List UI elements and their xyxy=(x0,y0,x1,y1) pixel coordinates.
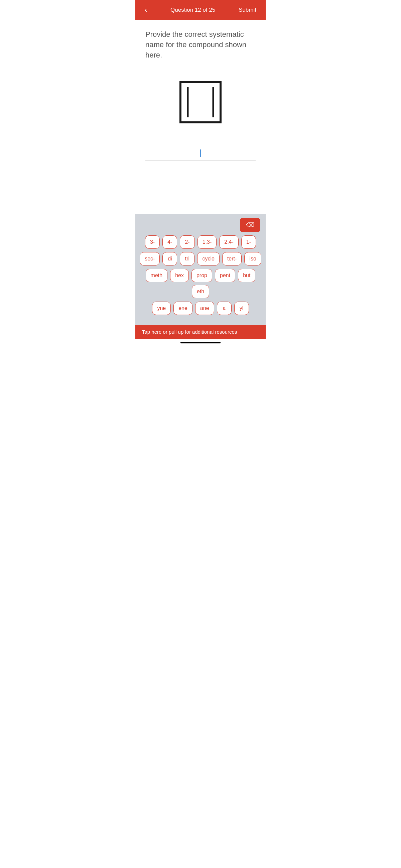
key-prop[interactable]: prop xyxy=(192,269,212,282)
cyclobutane-diagram xyxy=(170,72,231,132)
key-ene[interactable]: ene xyxy=(173,302,193,315)
key-3dash[interactable]: 3- xyxy=(145,236,160,249)
key-but[interactable]: but xyxy=(238,269,255,282)
key-a[interactable]: a xyxy=(217,302,232,315)
resources-text: Tap here or pull up for additional resou… xyxy=(142,329,237,335)
content-spacer xyxy=(145,167,256,207)
app-header: ‹ Question 12 of 25 Submit xyxy=(135,0,266,20)
key-sec[interactable]: sec- xyxy=(140,252,160,266)
key-tri[interactable]: tri xyxy=(180,252,195,266)
key-tert[interactable]: tert- xyxy=(222,252,242,266)
key-cyclo[interactable]: cyclo xyxy=(197,252,219,266)
custom-keyboard: ⌫ 3- 4- 2- 1,3- 2,4- 1- sec- di tri cycl… xyxy=(135,214,266,325)
backspace-button[interactable]: ⌫ xyxy=(240,218,260,232)
backspace-icon: ⌫ xyxy=(246,221,254,229)
keyboard-row-3: meth hex prop pent but eth xyxy=(138,269,263,298)
key-yne[interactable]: yne xyxy=(152,302,171,315)
keyboard-row-1: 3- 4- 2- 1,3- 2,4- 1- xyxy=(138,236,263,249)
key-iso[interactable]: iso xyxy=(244,252,261,266)
key-meth[interactable]: meth xyxy=(146,269,168,282)
key-hex[interactable]: hex xyxy=(170,269,189,282)
key-13dash[interactable]: 1,3- xyxy=(198,236,217,249)
chemical-structure xyxy=(145,72,256,132)
question-text: Provide the correct systematic name for … xyxy=(145,29,256,60)
home-bar xyxy=(180,342,221,343)
svg-rect-0 xyxy=(180,82,221,122)
key-24dash[interactable]: 2,4- xyxy=(219,236,239,249)
key-pent[interactable]: pent xyxy=(215,269,235,282)
key-di[interactable]: di xyxy=(162,252,177,266)
key-ane[interactable]: ane xyxy=(195,302,214,315)
text-cursor xyxy=(200,150,201,157)
submit-button[interactable]: Submit xyxy=(236,5,259,15)
home-indicator-area xyxy=(135,339,266,345)
key-1dash[interactable]: 1- xyxy=(241,236,256,249)
question-progress: Question 12 of 25 xyxy=(150,7,236,13)
key-eth[interactable]: eth xyxy=(192,285,209,298)
keyboard-row-2: sec- di tri cyclo tert- iso xyxy=(138,252,263,266)
back-button[interactable]: ‹ xyxy=(142,4,150,16)
backspace-row: ⌫ xyxy=(138,218,263,232)
key-2dash[interactable]: 2- xyxy=(180,236,195,249)
main-content: Provide the correct systematic name for … xyxy=(135,20,266,214)
keyboard-row-4: yne ene ane a yl xyxy=(138,302,263,315)
key-4dash[interactable]: 4- xyxy=(162,236,177,249)
bottom-resources-bar[interactable]: Tap here or pull up for additional resou… xyxy=(135,325,266,339)
answer-input-area[interactable] xyxy=(145,146,256,160)
key-yl[interactable]: yl xyxy=(234,302,249,315)
